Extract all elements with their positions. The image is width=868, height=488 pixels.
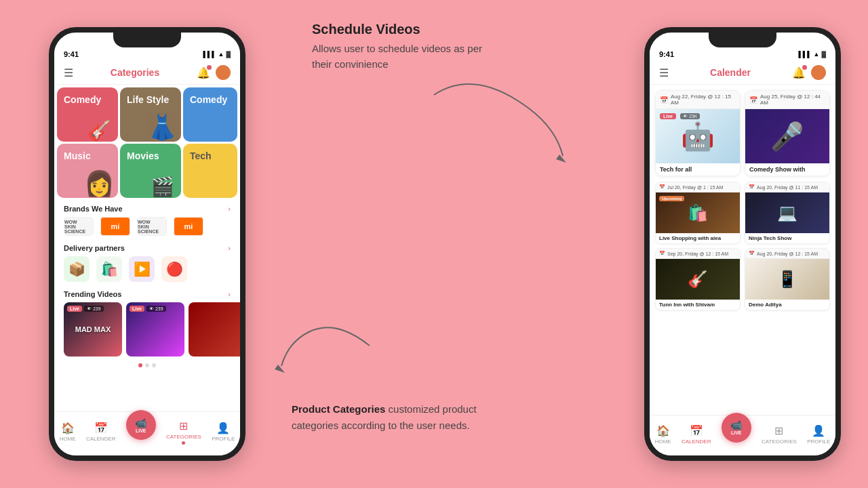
status-bar-right: 9:41 ▌▌▌ ▲ ▓ xyxy=(650,47,835,61)
nav-label-calendar-right: CALENDER xyxy=(682,439,711,445)
bell-wrapper-right[interactable]: 🔔 xyxy=(792,66,806,79)
bell-wrapper-left[interactable]: 🔔 xyxy=(197,66,210,79)
avatar-left[interactable] xyxy=(216,65,231,80)
category-comedy-1[interactable]: Comedy 🎸 xyxy=(57,87,118,142)
svg-marker-1 xyxy=(275,365,285,373)
right-phone: 9:41 ▌▌▌ ▲ ▓ ☰ Calender 🔔 📅 Aug 22, Frid… xyxy=(644,27,841,461)
nav-categories-left[interactable]: ⊞ CATEGORIES xyxy=(166,420,201,445)
status-time-right: 9:41 xyxy=(659,50,674,58)
phone-notch-left xyxy=(113,33,181,47)
sched-card-2[interactable]: 📅 Aug 20, Friday @ 11 : 15 AM 💻 Ninja Te… xyxy=(745,182,830,244)
sched-card-1[interactable]: 📅 Jul 20, Friday @ 1 : 15 AM 🛍️ Upcoming… xyxy=(655,182,741,244)
brands-title: Brands We Have xyxy=(64,205,123,213)
delivery-icon-2: 🛍️ xyxy=(96,256,122,282)
category-thumb-movies: 🎬 xyxy=(144,154,181,198)
signal-icon-right: ▌▌▌ xyxy=(798,51,811,58)
sched-title-2: Ninja Tech Show xyxy=(745,233,829,243)
category-lifestyle[interactable]: Life Style 👗 xyxy=(120,87,181,142)
live-button-left[interactable]: 📹 LIVE xyxy=(126,410,156,440)
categories-desc: Product Categories customized product ca… xyxy=(292,401,488,434)
calendar-icon-left: 📅 xyxy=(94,422,108,434)
sched-date-4: 📅 Aug 20, Friday @ 12 : 15 AM xyxy=(745,249,829,259)
nav-categories-right[interactable]: ⊞ CATEGORIES xyxy=(762,424,797,445)
demo-aditya-icon: 📱 xyxy=(777,270,797,289)
category-movies[interactable]: Movies 🎬 xyxy=(120,144,181,198)
schedule-desc: Allows user to schedule videos as per th… xyxy=(312,41,502,72)
annotation-schedule: Schedule Videos Allows user to schedule … xyxy=(312,22,502,72)
brands-arrow[interactable]: › xyxy=(228,205,231,213)
video-thumb-2[interactable]: Live 👁 239 xyxy=(126,302,184,357)
sched-card-3[interactable]: 📅 Sep 20, Friday @ 12 : 15 AM 🎸 Tunn Inn… xyxy=(655,248,741,310)
nav-label-categories-right: CATEGORIES xyxy=(762,439,797,445)
status-bar-left: 9:41 ▌▌▌ ▲ ▓ xyxy=(54,47,240,61)
category-comedy-2[interactable]: Comedy xyxy=(183,87,237,142)
profile-icon-left: 👤 xyxy=(216,422,230,434)
live-btn-label-right: LIVE xyxy=(731,430,742,435)
categories-bold: Product Categories xyxy=(292,403,385,415)
battery-icon: ▓ xyxy=(226,51,231,58)
nav-calendar-right[interactable]: 📅 CALENDER xyxy=(682,424,711,445)
nav-label-home-right: HOME xyxy=(655,439,671,445)
sched-date-text-2: Aug 20, Friday @ 11 : 15 AM xyxy=(757,185,818,190)
live-badge-1: Live xyxy=(67,306,82,312)
feat-img-1: 🤖 Live 👁 23K xyxy=(656,109,740,163)
nav-label-profile-left: PROFILE xyxy=(212,436,235,442)
sched-card-4[interactable]: 📅 Aug 20, Friday @ 12 : 15 AM 📱 Demo Adi… xyxy=(745,248,830,310)
nav-profile-right[interactable]: 👤 PROFILE xyxy=(807,424,830,445)
live-btn-label-left: LIVE xyxy=(136,428,146,433)
dot-indicator-left xyxy=(54,361,240,370)
category-tech[interactable]: Tech xyxy=(183,144,237,198)
sched-cal-icon-3: 📅 xyxy=(659,251,665,256)
featured-card-1[interactable]: 📅 Aug 22, Friday @ 12 : 15 AM 🤖 Live 👁 2… xyxy=(655,90,741,176)
live-button-right[interactable]: 📹 LIVE xyxy=(722,413,751,443)
video-thumb-1[interactable]: MAD MAX Live 👁 239 xyxy=(64,302,122,357)
sched-date-text-4: Aug 20, Friday @ 12 : 15 AM xyxy=(757,251,818,256)
sched-img-3: 🎸 xyxy=(656,259,740,300)
sched-img-4: 📱 xyxy=(745,259,829,300)
delivery-icon-4: 🔴 xyxy=(161,256,187,282)
featured-card-2[interactable]: 📅 Aug 25, Friday @ 12 : 44 AM 🎤 Comedy S… xyxy=(745,90,830,176)
live-pill-1: Live xyxy=(660,113,676,119)
delivery-arrow[interactable]: › xyxy=(228,244,231,252)
category-music[interactable]: Music 👩 xyxy=(57,144,118,198)
dot-active xyxy=(138,363,142,367)
nav-home-right[interactable]: 🏠 HOME xyxy=(655,424,671,445)
bottom-nav-left: 🏠 HOME 📅 CALENDER 📹 LIVE ⊞ CATEGORIES 👤 … xyxy=(54,411,240,455)
sched-cal-icon-1: 📅 xyxy=(659,184,665,190)
hamburger-icon-right[interactable]: ☰ xyxy=(659,66,669,79)
feat-date-text-2: Aug 25, Friday @ 12 : 44 AM xyxy=(760,94,825,106)
schedule-grid: 📅 Jul 20, Friday @ 1 : 15 AM 🛍️ Upcoming… xyxy=(650,179,835,313)
upcoming-badge-1: Upcoming xyxy=(659,196,684,201)
video-thumb-3[interactable] xyxy=(189,302,245,357)
sched-date-text-3: Sep 20, Friday @ 12 : 15 AM xyxy=(667,251,728,256)
ninja-tech-icon: 💻 xyxy=(777,203,797,222)
nav-label-categories-left: CATEGORIES xyxy=(166,434,201,440)
cal-title: Calender xyxy=(710,67,751,78)
robot-icon: 🤖 xyxy=(681,121,715,152)
trending-section: Trending Videos › MAD MAX Live 👁 239 Liv… xyxy=(54,286,240,361)
shopping-icon: 🛍️ xyxy=(688,203,708,222)
nav-label-profile-right: PROFILE xyxy=(807,439,830,445)
calendar-icon-right: 📅 xyxy=(690,424,703,437)
delivery-icon-3: ▶️ xyxy=(129,256,155,282)
avatar-right[interactable] xyxy=(811,65,826,80)
brand-wow-2: WOWSKIN SCIENCE xyxy=(137,217,167,236)
trending-header: Trending Videos › xyxy=(64,290,231,298)
categories-grid: Comedy 🎸 Life Style 👗 Comedy Music 👩 Mov… xyxy=(54,85,240,201)
delivery-row: 📦 🛍️ ▶️ 🔴 xyxy=(64,256,231,282)
status-time-left: 9:41 xyxy=(64,50,79,58)
trending-title: Trending Videos xyxy=(64,290,121,298)
view-count-2: 👁 239 xyxy=(146,306,166,312)
categories-icon-right: ⊞ xyxy=(774,424,783,437)
sched-date-1: 📅 Jul 20, Friday @ 1 : 15 AM xyxy=(656,182,740,192)
sched-title-4: Demo Aditya xyxy=(745,300,829,310)
hamburger-icon-left[interactable]: ☰ xyxy=(64,66,73,79)
nav-profile-left[interactable]: 👤 PROFILE xyxy=(212,422,235,442)
tunn-inn-icon: 🎸 xyxy=(688,270,708,289)
brands-header: Brands We Have › xyxy=(64,205,231,213)
nav-calendar-left[interactable]: 📅 CALENDER xyxy=(86,422,116,442)
nav-label-home-left: HOME xyxy=(60,436,76,442)
nav-home-left[interactable]: 🏠 HOME xyxy=(60,422,76,442)
category-label-tech: Tech xyxy=(190,150,212,161)
trending-arrow[interactable]: › xyxy=(228,290,231,298)
